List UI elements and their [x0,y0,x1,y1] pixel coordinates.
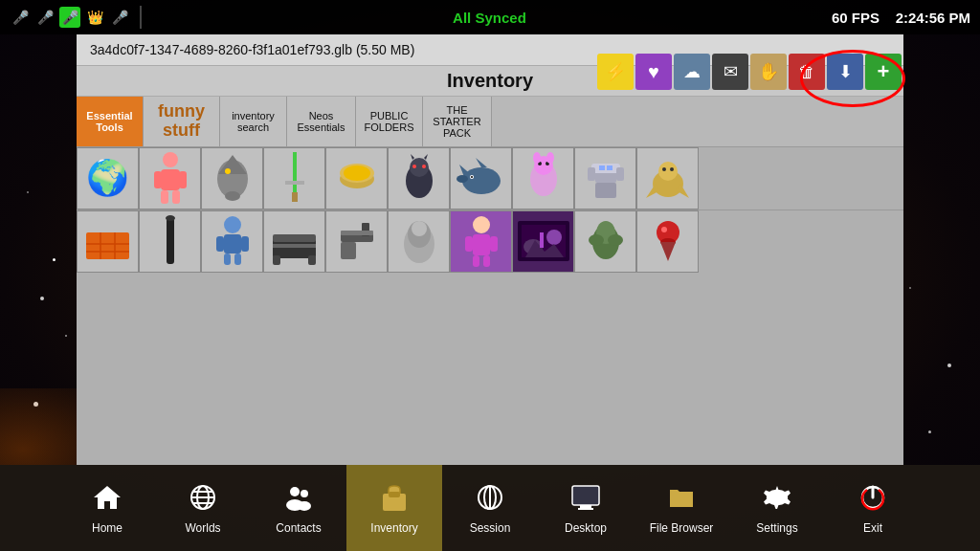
neos-essentials-folder[interactable]: Neos Essentials [287,97,356,146]
svg-marker-20 [411,154,414,160]
heart-button[interactable]: ♥ [635,54,672,90]
scene-item[interactable] [512,210,574,273]
cloth-item[interactable] [388,210,450,273]
svg-rect-2 [154,171,162,188]
settings-nav[interactable]: Settings [729,465,825,551]
sword-item[interactable] [263,147,325,209]
robot-item[interactable] [574,147,636,209]
svg-point-71 [412,221,427,236]
contacts-nav[interactable]: Contacts [251,465,346,551]
file-browser-icon [666,482,697,518]
svg-point-19 [422,165,426,168]
svg-point-9 [225,191,240,201]
svg-rect-3 [179,171,187,188]
funny-stuff-folder[interactable]: funnystuff [144,97,220,146]
sync-status: All Synced [147,10,832,26]
svg-rect-64 [273,244,316,248]
black-tool-item[interactable] [139,210,201,273]
red-gem-item[interactable] [636,210,699,273]
svg-rect-62 [273,255,280,265]
mic-icon-3[interactable]: 🎤 [59,7,80,28]
svg-point-8 [225,168,231,174]
home-nav[interactable]: Home [59,465,155,551]
svg-rect-40 [616,167,624,181]
inventory-icon [379,482,410,518]
svg-point-72 [473,216,490,233]
hand-button[interactable]: ✋ [750,54,787,90]
svg-point-53 [166,215,175,221]
download-button[interactable]: ⬇ [827,54,863,90]
exit-label: Exit [863,521,882,535]
lightning-button[interactable]: ⚡ [597,54,634,90]
svg-point-45 [662,167,666,171]
globe-item[interactable]: 🌍 [77,147,139,209]
public-folders-folder[interactable]: PUBLIC FOLDERS [356,97,423,146]
weapon-item[interactable] [325,210,388,273]
shark-item[interactable] [450,147,512,209]
time-display: 2:24:56 PM [896,10,970,26]
items-row-1: 🌍 [77,147,903,210]
divider [140,6,142,29]
add-button[interactable]: + [865,54,902,90]
svg-rect-68 [341,231,373,235]
trash-button[interactable]: 🗑 [789,54,825,90]
svg-marker-21 [424,154,428,160]
dark-creature-item[interactable] [388,147,450,209]
inventory-nav[interactable]: Inventory [346,465,442,551]
orange-grid-item[interactable] [77,210,139,273]
filename-display: 3a4dc0f7-1347-4689-8260-f3f1a01ef793.glb… [90,42,414,57]
file-browser-nav[interactable]: File Browser [634,465,729,551]
mic-icon-5[interactable]: 🎤 [109,7,130,28]
gold-creature-item[interactable] [636,147,699,209]
exit-nav[interactable]: Exit [825,465,921,551]
worlds-nav[interactable]: Worlds [155,465,251,551]
mic-icon-1[interactable]: 🎤 [10,7,31,28]
svg-rect-39 [588,167,595,181]
svg-rect-11 [285,181,304,185]
session-nav[interactable]: Session [442,465,538,551]
action-buttons-bar: ⚡ ♥ ☁ ✉ ✋ 🗑 ⬇ + [597,54,902,90]
svg-marker-24 [476,158,487,167]
mic-controls: 🎤 🎤 🎤 👑 🎤 [10,6,147,29]
coin-item[interactable] [325,147,388,209]
crown-icon[interactable]: 👑 [84,7,105,28]
plant-item[interactable] [574,210,636,273]
desktop-nav[interactable]: Desktop [538,465,634,551]
svg-rect-67 [341,242,356,259]
purple-avatar-item[interactable] [450,210,512,273]
svg-marker-92 [94,486,121,509]
essential-tools-folder[interactable]: Essential Tools [77,97,144,146]
starter-pack-folder[interactable]: THE STARTER PACK [423,97,492,146]
inventory-label: Inventory [370,521,417,535]
top-bar: 🎤 🎤 🎤 👑 🎤 All Synced 60 FPS 2:24:56 PM [0,0,980,34]
mail-button[interactable]: ✉ [712,54,748,90]
bird-item[interactable] [201,147,263,209]
inventory-search-folder[interactable]: inventory search [220,97,287,146]
svg-rect-55 [224,234,241,253]
bottom-navbar: Home Worlds Contacts [0,465,980,551]
mic-icon-2[interactable]: 🎤 [34,7,56,28]
svg-rect-4 [161,190,168,204]
svg-rect-83 [540,232,544,248]
svg-rect-74 [465,236,473,252]
svg-rect-58 [224,253,231,265]
svg-point-22 [462,167,501,194]
svg-rect-76 [473,255,479,267]
svg-point-87 [608,234,623,246]
contacts-icon [283,482,314,518]
svg-rect-5 [172,190,180,204]
avatar-pink-item[interactable] [139,147,201,209]
svg-rect-75 [490,236,498,252]
svg-rect-59 [234,253,241,265]
blue-char-item[interactable] [201,210,263,273]
svg-rect-12 [292,192,298,202]
session-icon [475,482,505,518]
dark-box-item[interactable] [263,210,325,273]
items-row-2 [77,210,903,273]
cloud-button[interactable]: ☁ [674,54,710,90]
pink-creature-item[interactable] [512,147,574,209]
svg-rect-10 [293,152,297,192]
svg-rect-73 [473,234,490,255]
svg-point-17 [410,158,429,177]
svg-point-42 [658,162,678,181]
